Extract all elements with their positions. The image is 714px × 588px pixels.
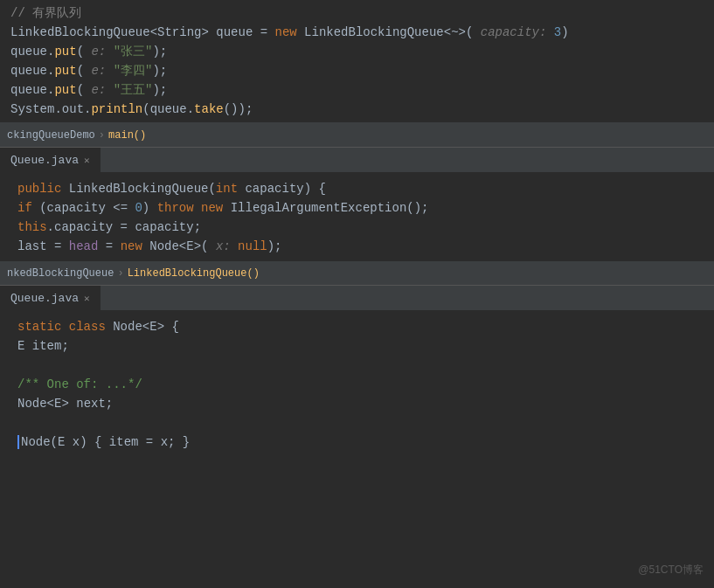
- node-item-field: E item;: [14, 336, 714, 356]
- node-next-field: Node<E> next;: [14, 394, 714, 413]
- code-line-comment: // 有界队列: [7, 3, 714, 23]
- tab-queue-java-2[interactable]: Queue.java ✕: [0, 286, 101, 310]
- code-section-top: // 有界队列 LinkedBlockingQueue<String> queu…: [0, 0, 714, 123]
- breadcrumb-bar-1: ckingQueueDemo › main(): [0, 123, 714, 148]
- constructor-if: if (capacity <= 0) throw new IllegalArgu…: [14, 198, 714, 218]
- node-class-decl: static class Node<E> {: [14, 317, 714, 336]
- node-blank-1: [14, 356, 714, 375]
- watermark: @51CTO博客: [638, 563, 704, 578]
- tab-label-2: Queue.java: [10, 292, 79, 305]
- node-blank-2: [14, 413, 714, 432]
- breadcrumb-method-2: LinkedBlockingQueue(): [128, 261, 260, 286]
- tab-bar-2: Queue.java ✕: [0, 286, 714, 312]
- breadcrumb-method-1: main(): [108, 123, 146, 148]
- breadcrumb-sep-2: ›: [117, 261, 123, 286]
- code-line-put3: queue.put( e: "王五");: [7, 80, 714, 100]
- tab-queue-java-1[interactable]: Queue.java ✕: [0, 148, 101, 172]
- watermark-text: @51CTO博客: [638, 564, 704, 576]
- code-line-lbq: LinkedBlockingQueue<String> queue = new …: [7, 23, 714, 42]
- editor-container: // 有界队列 LinkedBlockingQueue<String> queu…: [0, 0, 714, 588]
- tab-close-2[interactable]: ✕: [84, 293, 90, 304]
- node-section: static class Node<E> { E item; /** One o…: [0, 312, 714, 457]
- breadcrumb-bar-2: nkedBlockingQueue › LinkedBlockingQueue(…: [0, 261, 714, 286]
- breadcrumb-sep-1: ›: [99, 123, 105, 148]
- node-constructor: Node(E x) { item = x; }: [14, 432, 714, 452]
- node-javadoc: /** One of: ...*/: [14, 375, 714, 394]
- breadcrumb-classname-1: ckingQueueDemo: [7, 123, 95, 148]
- constructor-capacity: this.capacity = capacity;: [14, 218, 714, 237]
- tab-close-1[interactable]: ✕: [84, 155, 90, 166]
- tab-bar-1: Queue.java ✕: [0, 148, 714, 174]
- constructor-last-head: last = head = new Node<E>( x: null);: [14, 237, 714, 256]
- tab-label-1: Queue.java: [10, 154, 79, 167]
- breadcrumb-classname-2: nkedBlockingQueue: [7, 261, 114, 286]
- code-line-put1: queue.put( e: "张三");: [7, 42, 714, 61]
- code-line-println: System.out.println(queue.take());: [7, 100, 714, 119]
- constructor-sig: public LinkedBlockingQueue(int capacity)…: [14, 179, 714, 198]
- constructor-section: public LinkedBlockingQueue(int capacity)…: [0, 174, 714, 261]
- code-line-put2: queue.put( e: "李四");: [7, 61, 714, 80]
